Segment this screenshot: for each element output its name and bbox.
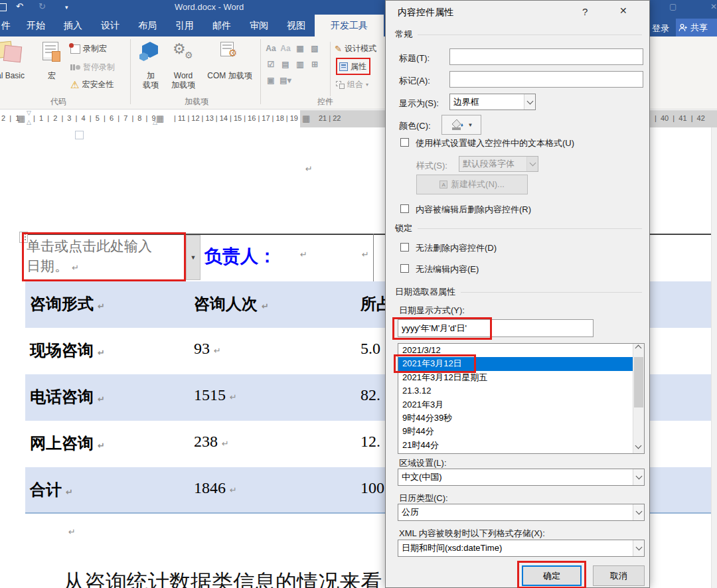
dropdown-control-icon[interactable]: ▥	[293, 58, 307, 71]
qat-customize-icon[interactable]: ▾	[65, 4, 68, 11]
chevron-down-icon: ▾	[366, 82, 368, 88]
scroll-down-icon[interactable]	[635, 443, 642, 449]
signin-button[interactable]: 登录	[652, 20, 669, 37]
close-icon[interactable]: ✕	[619, 5, 627, 16]
tab-design[interactable]: 设计	[92, 15, 129, 37]
first-line-indent-marker[interactable]: ▽	[27, 110, 31, 116]
format-option[interactable]: 2021/3/12	[398, 344, 644, 357]
maximize-icon[interactable]: ▢	[669, 2, 677, 11]
ruler-table-marker[interactable]: ▦	[302, 113, 310, 123]
color-picker-button[interactable]: ▼	[441, 115, 481, 135]
format-option[interactable]: 2021年3月	[398, 398, 644, 411]
addins-group-label: 加载项	[185, 96, 208, 108]
tab-view[interactable]: 视图	[278, 15, 315, 37]
ok-button[interactable]: 确定	[522, 565, 582, 586]
scrollbar-thumb[interactable]	[634, 357, 643, 407]
tag-field[interactable]	[449, 71, 643, 88]
calendar-type-select[interactable]: 公历	[398, 504, 645, 521]
table-cell: 现场咨询 ↵	[30, 340, 105, 361]
locale-select[interactable]: 中文(中国)	[398, 469, 645, 486]
format-option-selected[interactable]: 2021年3月12日	[398, 357, 644, 370]
format-option[interactable]: 9时44分39秒	[398, 411, 644, 425]
no-edit-label[interactable]: 无法编辑内容(E)	[416, 263, 479, 275]
no-delete-checkbox[interactable]	[400, 243, 409, 252]
legacy-tools-icon[interactable]: ▤▾	[279, 74, 292, 87]
redo-icon[interactable]: ↻	[39, 1, 46, 11]
save-icon[interactable]	[0, 3, 7, 11]
word-window: ↶ ↻ ▾ Word.docx - Word ▢ ✕ 件 开始 插入 设计 布局…	[0, 0, 717, 588]
building-block-control-icon[interactable]: ▧	[308, 42, 321, 55]
content-controls-grid: Aa Aa ▦ ▧ ☑ ▤ ▥ ⊞ ▣ ▤▾	[264, 42, 323, 90]
ruler-numbers-2: | 11 | 12 | 13 | 14 | 15 | 16 | 17 | 18 …	[174, 114, 298, 122]
share-label: 共享	[690, 22, 708, 34]
remove-on-edit-label[interactable]: 内容被编辑后删除内容控件(R)	[416, 204, 531, 216]
cancel-button[interactable]: 取消	[593, 565, 645, 586]
date-picker-dropdown-button[interactable]: ▼	[186, 235, 200, 280]
tab-file[interactable]: 件	[0, 15, 17, 37]
checkbox-control-icon[interactable]: ☑	[264, 58, 278, 71]
table-cell: 网上咨询 ↵	[30, 433, 105, 454]
date-format-input[interactable]	[398, 319, 594, 337]
title-field-label: 标题(T):	[399, 52, 430, 64]
lock-section-header: 锁定	[395, 222, 642, 234]
tag-field-label: 标记(A):	[399, 75, 430, 87]
no-delete-label[interactable]: 无法删除内容控件(D)	[416, 242, 497, 254]
use-style-checkbox-label[interactable]: 使用样式设置键入空控件中的文本格式(U)	[416, 137, 574, 149]
tab-insert[interactable]: 插入	[54, 15, 92, 37]
ruler-table-marker[interactable]: ▦	[17, 113, 25, 123]
properties-button[interactable]: 属性	[339, 61, 366, 72]
group-separator	[130, 39, 131, 104]
hanging-indent-marker[interactable]: △	[27, 119, 31, 125]
xml-store-select[interactable]: 日期和时间(xsd:dateTime)	[398, 540, 645, 557]
paint-bucket-icon	[450, 119, 465, 131]
listbox-scrollbar[interactable]	[633, 344, 644, 453]
use-style-checkbox[interactable]	[400, 138, 409, 147]
plain-text-control-icon[interactable]: Aa	[279, 42, 292, 55]
locale-label: 区域设置(L):	[399, 457, 447, 469]
tab-references[interactable]: 引用	[166, 15, 203, 37]
format-option[interactable]: 2021年3月12日星期五	[398, 371, 644, 384]
chevron-down-icon	[524, 94, 535, 110]
style-label: 样式(S):	[416, 160, 447, 172]
combobox-control-icon[interactable]: ▤	[279, 58, 292, 71]
vertical-scrollbar[interactable]	[711, 127, 717, 588]
ruler-numbers-3: 21 | 22	[319, 114, 341, 122]
design-mode-button[interactable]: ✎ 设计模式	[335, 43, 376, 54]
datepicker-section-header: 日期选取器属性	[395, 286, 642, 298]
remove-on-edit-checkbox[interactable]	[400, 204, 409, 213]
record-macro-button[interactable]: 录制宏	[70, 43, 107, 54]
datepicker-control-icon[interactable]: ⊞	[308, 58, 321, 71]
tab-developer[interactable]: 开发工具	[315, 15, 384, 37]
picture-control-icon[interactable]: ▦	[293, 42, 307, 55]
repeating-section-control-icon[interactable]: ▣	[264, 74, 278, 87]
undo-icon[interactable]: ↶	[16, 1, 23, 11]
close-window-icon[interactable]: ✕	[710, 2, 717, 11]
show-as-select[interactable]: 边界框	[449, 94, 536, 110]
help-icon[interactable]: ?	[582, 6, 588, 17]
date-picker-placeholder[interactable]: 单击或点击此处输入 日期。 ↵	[27, 236, 183, 278]
tab-mailings[interactable]: 邮件	[203, 15, 240, 37]
warning-icon: ⚠	[70, 80, 79, 90]
share-button[interactable]: 共享	[676, 19, 717, 37]
indent-marker[interactable]: △	[153, 119, 157, 125]
controls-group-label: 控件	[317, 96, 333, 108]
tab-home[interactable]: 开始	[17, 15, 54, 37]
tab-review[interactable]: 审阅	[240, 15, 278, 37]
title-field[interactable]	[449, 48, 643, 65]
format-option[interactable]: 9时44分	[398, 425, 644, 438]
visual-basic-icon-2	[3, 45, 22, 63]
no-edit-checkbox[interactable]	[400, 264, 409, 273]
subgroup-separator	[330, 42, 331, 96]
new-style-icon: A	[439, 181, 447, 188]
rich-text-control-icon[interactable]: Aa	[264, 42, 278, 55]
pause-recording-button[interactable]: 暂停录制	[70, 62, 115, 73]
format-option[interactable]: 21时44分	[398, 439, 644, 452]
macro-security-button[interactable]: ⚠ 宏安全性	[70, 79, 114, 90]
date-format-listbox[interactable]: 2021/3/12 2021年3月12日 2021年3月12日星期五 21.3.…	[398, 343, 645, 454]
new-style-button: A 新建样式(N)...	[416, 175, 528, 194]
format-option[interactable]: 21.3.12	[398, 384, 644, 398]
paragraph-mark: ↵	[68, 527, 76, 537]
scroll-up-icon[interactable]	[635, 345, 642, 352]
group-button[interactable]: 组合 ▾	[336, 79, 368, 90]
tab-layout[interactable]: 布局	[129, 15, 166, 37]
